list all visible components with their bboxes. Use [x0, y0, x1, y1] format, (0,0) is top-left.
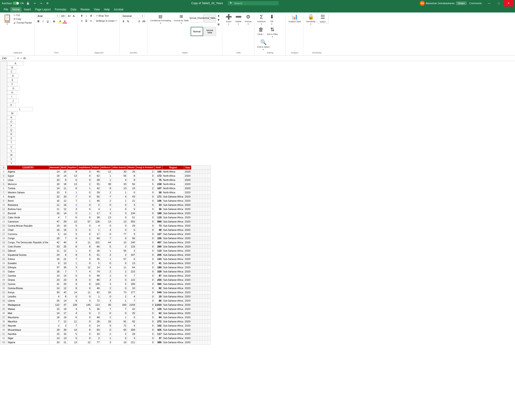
cell-a-41[interactable]: Namibia [7, 332, 49, 336]
cell-i-2[interactable]: 26 [127, 170, 136, 174]
cell-m-5[interactable]: 2020 [184, 182, 191, 186]
cell-empty-25-7[interactable] [203, 265, 204, 270]
cell-empty-11-0[interactable] [191, 207, 193, 211]
cell-empty-37-3[interactable] [196, 315, 198, 319]
cell-h-23[interactable]: 57 [112, 257, 127, 261]
cell-b-31[interactable]: 30 [49, 290, 60, 294]
customize-qat-button[interactable]: ⚙ [45, 1, 50, 5]
cell-empty-16-11[interactable] [209, 228, 211, 232]
cell-a-20[interactable]: Cote d'Ivoire [7, 244, 49, 249]
cell-a-26[interactable]: Gabon [7, 270, 49, 274]
cell-empty-22-5[interactable] [199, 253, 201, 257]
cell-empty-20-11[interactable] [209, 244, 211, 249]
cell-a-40[interactable]: Mozambique [7, 328, 49, 332]
cell-empty-4-6[interactable] [201, 178, 203, 182]
cell-empty-11-3[interactable] [196, 207, 198, 211]
cell-l-19[interactable]: Sub-Saharan Africa [162, 240, 184, 244]
cell-empty-35-5[interactable] [199, 307, 201, 311]
row-num-11[interactable]: 11 [0, 207, 7, 211]
cell-empty-13-10[interactable] [208, 215, 209, 219]
cell-l-29[interactable]: Sub-Saharan Africa [162, 282, 184, 286]
cell-g-30[interactable]: 2 [100, 286, 112, 290]
cell-empty-22-6[interactable] [201, 253, 203, 257]
cell-h-32[interactable]: 2 [112, 294, 127, 299]
cell-c-39[interactable]: 3 [60, 323, 67, 328]
cell-m-17[interactable]: 2020 [184, 232, 191, 236]
cell-empty-32-6[interactable] [201, 294, 203, 299]
currency-button[interactable]: $ [121, 19, 126, 23]
cell-empty-20-6[interactable] [201, 244, 203, 249]
cell-a-32[interactable]: Lesotho [7, 294, 49, 299]
cell-f-25[interactable]: 14 [91, 265, 101, 270]
cell-empty-9-8[interactable] [204, 199, 206, 203]
cell-f-22[interactable]: 51 [91, 253, 101, 257]
close-button[interactable]: ✕ [504, 0, 513, 7]
menu-home[interactable]: Home [10, 7, 22, 12]
cell-empty-37-1[interactable] [193, 315, 195, 319]
cell-empty-36-0[interactable] [191, 311, 193, 315]
cell-empty-23-11[interactable] [209, 257, 211, 261]
cell-i-9[interactable]: 21 [127, 199, 136, 203]
cell-empty-13-2[interactable] [195, 215, 196, 219]
cell-empty-17-1[interactable] [193, 232, 195, 236]
row-num-12[interactable]: 12 [0, 211, 7, 215]
cell-c-26[interactable]: 7 [60, 270, 67, 274]
cell-i-27[interactable]: 7 [127, 274, 136, 278]
cell-i-16[interactable]: 6 [127, 228, 136, 232]
cell-c-16[interactable]: 16 [60, 228, 67, 232]
cell-i-25[interactable]: 64 [127, 265, 136, 270]
cell-c-42[interactable]: 13 [60, 336, 67, 340]
cell-empty-9-4[interactable] [198, 199, 199, 203]
cell-b-25[interactable]: 37 [49, 265, 60, 270]
cell-empty-29-11[interactable] [209, 282, 211, 286]
format-cells-button[interactable]: ⚙ Format ▼ [244, 13, 253, 26]
cell-empty-28-7[interactable] [203, 278, 204, 282]
cell-f-5[interactable]: 55 [91, 182, 101, 186]
cell-empty-39-8[interactable] [204, 323, 206, 328]
cell-k-9[interactable]: 106 [154, 199, 162, 203]
cell-a-43[interactable]: Nigeria [7, 340, 49, 344]
cell-h-35[interactable]: 7 [112, 307, 127, 311]
cell-empty-24-10[interactable] [208, 261, 209, 265]
cell-empty-27-5[interactable] [199, 274, 201, 278]
cell-empty-8-0[interactable] [191, 195, 193, 199]
col-header-x[interactable]: X [7, 157, 15, 161]
cell-e-42[interactable]: 0 [78, 336, 91, 340]
col-header-s[interactable]: S [7, 136, 15, 140]
cell-empty-28-9[interactable] [206, 278, 208, 282]
cell-empty-36-6[interactable] [201, 311, 203, 315]
cell-empty-39-6[interactable] [201, 323, 203, 328]
cell-empty-12-7[interactable] [203, 211, 204, 215]
cell-j-17[interactable]: 0 [136, 232, 154, 236]
cell-empty-3-2[interactable] [195, 174, 196, 178]
cell-empty-3-9[interactable] [206, 174, 208, 178]
cell-empty-36-1[interactable] [193, 311, 195, 315]
cell-m-18[interactable]: 2020 [184, 236, 191, 240]
cell-e-12[interactable]: 1 [78, 211, 91, 215]
cell-i-17[interactable]: 9 [127, 232, 136, 236]
cell-d-36[interactable]: 4 [67, 311, 78, 315]
cell-h-15[interactable]: 0 [112, 224, 127, 228]
cell-d-2[interactable]: 8 [67, 170, 78, 174]
cell-empty-13-5[interactable] [199, 215, 201, 219]
cell-k-24[interactable]: 41 [154, 261, 162, 265]
cell-empty-33-8[interactable] [204, 299, 206, 303]
cell-empty-35-1[interactable] [193, 307, 195, 311]
cell-empty-43-1[interactable] [193, 340, 195, 344]
cell-l-34[interactable]: Sub-Saharan Africa [162, 303, 184, 307]
cell-empty-37-5[interactable] [199, 315, 201, 319]
cell-empty-10-1[interactable] [193, 203, 195, 207]
cell-j-4[interactable]: 0 [136, 178, 154, 182]
menu-help[interactable]: Help [102, 7, 112, 12]
cell-g-35[interactable]: 7 [100, 307, 112, 311]
increase-font-button[interactable]: A+ [67, 14, 71, 18]
row-num-20[interactable]: 20 [0, 244, 7, 249]
cell-m-4[interactable]: 2020 [184, 178, 191, 182]
cell-c-2[interactable]: 15 [60, 170, 67, 174]
cell-h-9[interactable]: 1 [112, 199, 127, 203]
cell-f-21[interactable]: 26 [91, 249, 101, 253]
cell-empty-25-9[interactable] [206, 265, 208, 270]
cell-h-11[interactable]: 0 [112, 207, 127, 211]
cell-empty-15-7[interactable] [203, 224, 204, 228]
cell-empty-19-8[interactable] [204, 240, 206, 244]
